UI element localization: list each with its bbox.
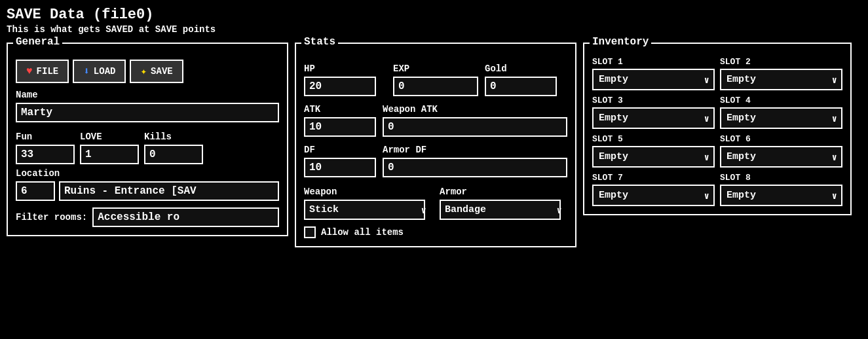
hp-label: HP	[304, 63, 387, 74]
love-label: LOVE	[80, 132, 139, 142]
inventory-slot-7: SLOT 7Empty	[592, 173, 715, 206]
weapon-select-wrapper: Stick	[304, 200, 432, 220]
inventory-slot-7-select[interactable]: Empty	[592, 185, 715, 206]
love-input[interactable]	[80, 145, 139, 164]
save-button[interactable]: ✦ SAVE	[130, 60, 183, 83]
inventory-slot-1-select-wrapper: Empty	[592, 69, 715, 90]
inventory-slot-6-select[interactable]: Empty	[720, 146, 842, 168]
df-input[interactable]	[304, 158, 376, 177]
inventory-slot-2-label: SLOT 2	[720, 57, 842, 67]
inventory-slot-3-select-wrapper: Empty	[592, 107, 715, 129]
inventory-slot-4: SLOT 4Empty	[720, 96, 842, 129]
kills-input[interactable]	[144, 145, 203, 164]
inventory-slot-7-label: SLOT 7	[592, 173, 715, 183]
weapon-select[interactable]: Stick	[304, 200, 425, 220]
weapon-label: Weapon	[304, 187, 432, 197]
load-button[interactable]: ⬇ LOAD	[73, 60, 126, 83]
inventory-slot-5-select-wrapper: Empty	[592, 146, 715, 168]
star-icon: ✦	[140, 65, 147, 78]
heart-icon: ♥	[26, 65, 33, 77]
inventory-slot-4-label: SLOT 4	[720, 96, 842, 105]
inventory-slot-5-label: SLOT 5	[592, 134, 715, 144]
inventory-slot-3-label: SLOT 3	[592, 96, 715, 105]
inventory-slot-8-label: SLOT 8	[720, 173, 842, 183]
stats-panel-title: Stats	[301, 36, 338, 48]
inventory-slot-1-select[interactable]: Empty	[592, 69, 715, 90]
inventory-panel-title: Inventory	[590, 36, 651, 48]
gold-label: Gold	[485, 63, 567, 74]
inventory-slot-6: SLOT 6Empty	[720, 134, 842, 168]
fun-label: Fun	[16, 132, 75, 142]
filter-label: Filter rooms:	[16, 212, 87, 223]
exp-label: EXP	[393, 63, 478, 74]
inventory-slot-2-select[interactable]: Empty	[720, 69, 842, 90]
location-id-input[interactable]	[16, 181, 55, 201]
inventory-slot-5: SLOT 5Empty	[592, 134, 715, 168]
weapon-atk-label: Weapon ATK	[383, 104, 567, 115]
inventory-slot-8: SLOT 8Empty	[720, 173, 842, 206]
inventory-panel: Inventory SLOT 1EmptySLOT 2EmptySLOT 3Em…	[583, 43, 852, 215]
inventory-slot-2-select-wrapper: Empty	[720, 69, 842, 90]
armor-df-label: Armor DF	[383, 145, 567, 155]
filter-input[interactable]	[92, 207, 279, 227]
armor-select[interactable]: Bandage	[440, 200, 561, 220]
location-name-input[interactable]	[59, 181, 279, 201]
inventory-slot-5-select[interactable]: Empty	[592, 146, 715, 168]
inventory-slot-8-select-wrapper: Empty	[720, 185, 842, 206]
inventory-slot-8-select[interactable]: Empty	[720, 185, 842, 206]
inventory-slot-6-select-wrapper: Empty	[720, 146, 842, 168]
stats-panel: Stats HP EXP Gold ATK	[295, 43, 576, 247]
name-label: Name	[16, 90, 279, 100]
atk-input[interactable]	[304, 117, 376, 137]
allow-all-label: Allow all items	[321, 227, 404, 238]
general-panel: General ♥ FILE ⬇ LOAD ✦ SAVE Name Fun	[7, 43, 288, 236]
hp-input[interactable]	[304, 77, 376, 96]
armor-select-wrapper: Bandage	[440, 200, 567, 220]
armor-df-input[interactable]	[383, 158, 567, 177]
page-subtitle: This is what gets SAVED at SAVE points	[7, 24, 861, 35]
inventory-slot-1-label: SLOT 1	[592, 57, 715, 67]
gold-input[interactable]	[485, 77, 557, 96]
download-icon: ⬇	[83, 65, 90, 78]
inventory-slot-7-select-wrapper: Empty	[592, 185, 715, 206]
df-label: DF	[304, 145, 376, 155]
name-input[interactable]	[16, 103, 279, 122]
armor-label: Armor	[440, 187, 567, 197]
inventory-grid: SLOT 1EmptySLOT 2EmptySLOT 3EmptySLOT 4E…	[592, 57, 842, 206]
inventory-slot-2: SLOT 2Empty	[720, 57, 842, 90]
inventory-slot-3-select[interactable]: Empty	[592, 107, 715, 129]
inventory-slot-3: SLOT 3Empty	[592, 96, 715, 129]
fun-input[interactable]	[16, 145, 75, 164]
file-button[interactable]: ♥ FILE	[16, 60, 69, 83]
exp-input[interactable]	[393, 77, 478, 96]
weapon-atk-input[interactable]	[383, 117, 567, 137]
inventory-slot-1: SLOT 1Empty	[592, 57, 715, 90]
inventory-slot-6-label: SLOT 6	[720, 134, 842, 144]
general-panel-title: General	[13, 36, 62, 48]
location-label: Location	[16, 168, 279, 179]
inventory-slot-4-select-wrapper: Empty	[720, 107, 842, 129]
allow-all-checkbox[interactable]	[304, 226, 316, 238]
atk-label: ATK	[304, 104, 376, 115]
kills-label: Kills	[144, 132, 203, 142]
inventory-slot-4-select[interactable]: Empty	[720, 107, 842, 129]
page-title: SAVE Data (file0)	[7, 7, 861, 23]
